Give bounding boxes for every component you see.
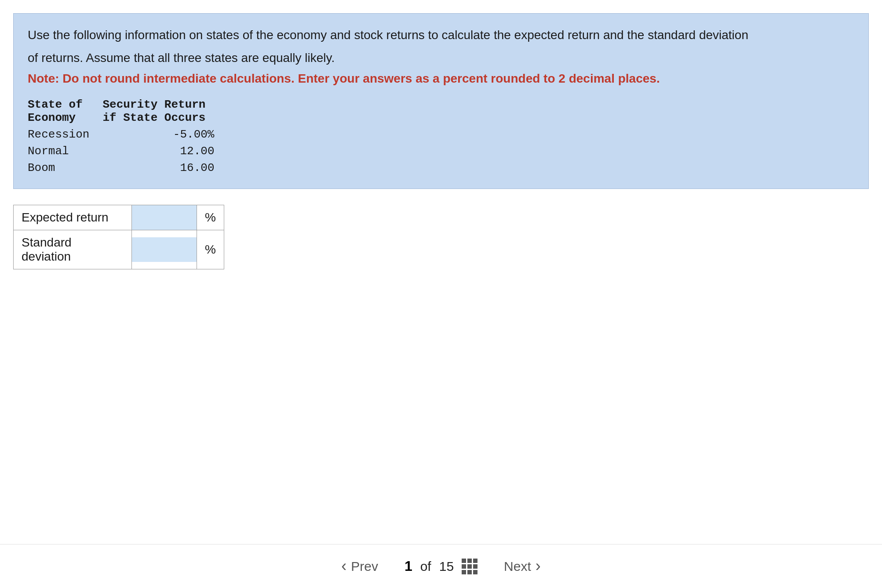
- return-recession: -5.00%: [102, 126, 219, 143]
- col1-header: State of Economy: [28, 96, 102, 126]
- intro-text-line2: of returns. Assume that all three states…: [28, 49, 854, 67]
- of-label: of: [420, 559, 431, 574]
- next-button[interactable]: Next: [495, 554, 550, 579]
- std-dev-input-cell[interactable]: [132, 230, 197, 269]
- page-info: 1 of 15: [405, 558, 477, 574]
- data-table: State of Economy Security Return if Stat…: [28, 96, 219, 176]
- expected-return-label: Expected return: [14, 205, 132, 230]
- answer-section: Expected return % Standard deviation %: [13, 205, 869, 269]
- std-dev-percent: %: [197, 230, 224, 269]
- return-boom: 16.00: [102, 160, 219, 176]
- data-table-wrapper: State of Economy Security Return if Stat…: [28, 96, 854, 176]
- answer-row-std-dev: Standard deviation %: [14, 230, 224, 269]
- info-box: Use the following information on states …: [13, 13, 869, 189]
- table-row: Normal 12.00: [28, 143, 219, 160]
- total-pages: 15: [439, 559, 454, 574]
- return-normal: 12.00: [102, 143, 219, 160]
- answer-table: Expected return % Standard deviation %: [13, 205, 224, 269]
- table-row: Recession -5.00%: [28, 126, 219, 143]
- main-content: Use the following information on states …: [0, 0, 882, 322]
- state-normal: Normal: [28, 143, 102, 160]
- prev-label: Prev: [351, 559, 378, 574]
- std-dev-label: Standard deviation: [14, 230, 132, 269]
- current-page: 1: [405, 558, 412, 574]
- note-text: Note: Do not round intermediate calculat…: [28, 72, 854, 86]
- prev-button[interactable]: Prev: [332, 554, 387, 579]
- chevron-left-icon: [341, 558, 346, 574]
- state-recession: Recession: [28, 126, 102, 143]
- state-boom: Boom: [28, 160, 102, 176]
- footer-bar: Prev 1 of 15 Next: [0, 544, 882, 588]
- intro-text-line1: Use the following information on states …: [28, 26, 854, 44]
- expected-return-input[interactable]: [132, 205, 197, 230]
- table-row: Boom 16.00: [28, 160, 219, 176]
- grid-icon[interactable]: [462, 559, 477, 574]
- std-dev-input[interactable]: [132, 237, 197, 262]
- answer-row-expected-return: Expected return %: [14, 205, 224, 230]
- chevron-right-icon: [536, 558, 541, 574]
- expected-return-percent: %: [197, 205, 224, 230]
- col2-header: Security Return if State Occurs: [102, 96, 219, 126]
- expected-return-input-cell[interactable]: [132, 205, 197, 230]
- next-label: Next: [504, 559, 531, 574]
